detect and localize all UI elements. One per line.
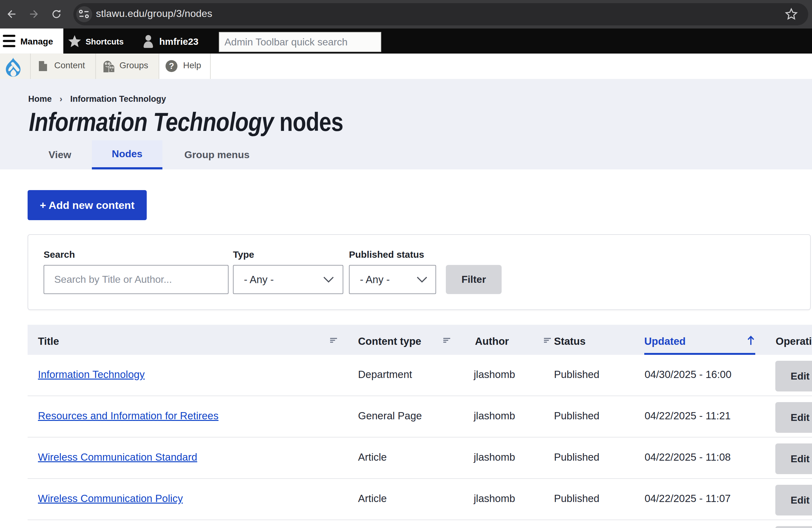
svg-text:?: ? — [169, 61, 174, 71]
